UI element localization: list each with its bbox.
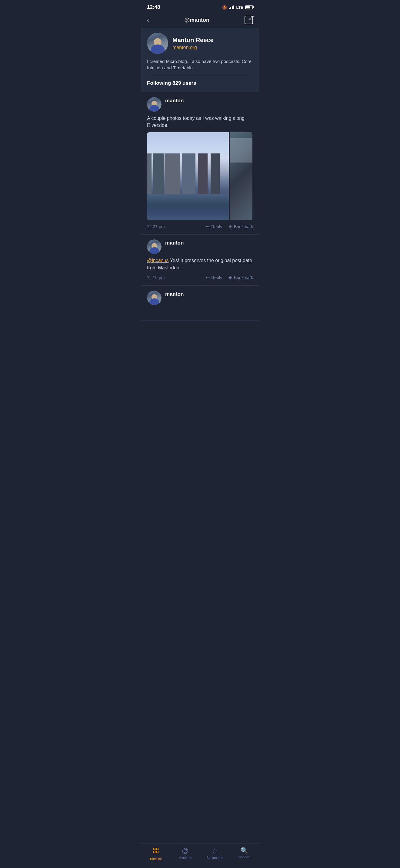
bar3 bbox=[232, 6, 233, 9]
battery-icon bbox=[245, 5, 253, 9]
post-1: manton A couple photos today as I was wa… bbox=[141, 92, 259, 235]
compose-icon: ✏ bbox=[249, 17, 251, 21]
post-1-content: A couple photos today as I was walking a… bbox=[147, 115, 253, 129]
following-count: Following 829 users bbox=[147, 80, 196, 86]
post-2-header: manton bbox=[147, 239, 253, 254]
post-1-photos[interactable] bbox=[147, 132, 253, 220]
mentions-icon: @ bbox=[182, 847, 189, 855]
timeline-label: Timeline bbox=[149, 857, 162, 861]
bookmark-label: Bookmark bbox=[234, 224, 253, 229]
post-2-avatar[interactable] bbox=[147, 239, 162, 254]
city-skyline-photo bbox=[147, 132, 229, 220]
svg-rect-0 bbox=[153, 848, 155, 850]
compose-button[interactable]: ✏ bbox=[245, 16, 253, 24]
svg-rect-2 bbox=[153, 851, 155, 853]
post-3-header: manton bbox=[147, 290, 253, 305]
bottom-nav: Timeline @ Mentions ☆ Bookmarks 🔍 Discov… bbox=[141, 843, 259, 868]
post-2-content: @incanus Yes! It preserves the original … bbox=[147, 257, 253, 271]
profile-section: Manton Reece manton.org I created Micro.… bbox=[141, 28, 259, 92]
svg-rect-3 bbox=[156, 851, 158, 853]
profile-name: Manton Reece bbox=[172, 37, 213, 43]
svg-rect-1 bbox=[156, 848, 158, 850]
post-2-username[interactable]: manton bbox=[165, 239, 183, 246]
post-3: manton bbox=[141, 286, 259, 320]
post-3-avatar-image bbox=[147, 290, 162, 305]
post-1-reply-button[interactable]: ↩ Reply bbox=[206, 224, 222, 229]
post-1-avatar[interactable] bbox=[147, 97, 162, 112]
nav-mentions[interactable]: @ Mentions bbox=[171, 847, 200, 861]
bookmark-label-2: Bookmark bbox=[234, 275, 253, 280]
post-3-username[interactable]: manton bbox=[165, 290, 183, 297]
status-time: 12:48 bbox=[147, 4, 160, 10]
nav-discover[interactable]: 🔍 Discover bbox=[230, 847, 259, 861]
post-2-avatar-image bbox=[147, 239, 162, 254]
photo-main[interactable] bbox=[147, 132, 229, 220]
post-2-bookmark-button[interactable]: ★ Bookmark bbox=[228, 275, 253, 281]
avatar bbox=[147, 33, 168, 54]
post-2-mention[interactable]: @incanus bbox=[147, 258, 169, 263]
bar4 bbox=[233, 5, 234, 9]
profile-info: Manton Reece manton.org bbox=[172, 37, 213, 50]
bookmarks-label: Bookmarks bbox=[206, 856, 223, 860]
page-title: @manton bbox=[184, 17, 209, 23]
photo-thumb[interactable] bbox=[230, 132, 252, 220]
reply-label-2: Reply bbox=[211, 275, 222, 280]
signal-bars bbox=[229, 5, 234, 9]
back-button[interactable]: ‹ bbox=[147, 16, 149, 24]
bridge-photo bbox=[230, 132, 252, 220]
status-icons: 🔕 LTE bbox=[222, 5, 253, 10]
post-3-avatar[interactable] bbox=[147, 290, 162, 305]
nav-timeline[interactable]: Timeline bbox=[141, 847, 171, 861]
post-2-time: 12:19 pm bbox=[147, 275, 165, 280]
avatar-image bbox=[147, 33, 168, 54]
discover-label: Discover bbox=[238, 855, 251, 859]
lte-label: LTE bbox=[236, 5, 243, 10]
bookmarks-icon: ☆ bbox=[212, 847, 218, 855]
nav-bar: ‹ @manton ✏ bbox=[141, 13, 259, 28]
mute-icon: 🔕 bbox=[222, 5, 227, 10]
post-1-avatar-image bbox=[147, 97, 162, 112]
post-2-reply-button[interactable]: ↩ Reply bbox=[206, 275, 222, 281]
profile-header: Manton Reece manton.org bbox=[147, 33, 253, 54]
post-2: manton @incanus Yes! It preserves the or… bbox=[141, 235, 259, 285]
nav-bookmarks[interactable]: ☆ Bookmarks bbox=[200, 847, 230, 861]
post-1-bookmark-button[interactable]: ★ Bookmark bbox=[228, 224, 253, 229]
bar1 bbox=[229, 8, 230, 9]
mentions-label: Mentions bbox=[178, 856, 192, 860]
post-1-time: 12:37 pm bbox=[147, 224, 165, 229]
post-1-actions: ↩ Reply ★ Bookmark bbox=[206, 224, 253, 229]
bottom-spacer bbox=[141, 320, 259, 345]
bar2 bbox=[230, 7, 231, 9]
reply-label: Reply bbox=[211, 224, 222, 229]
discover-icon: 🔍 bbox=[240, 847, 248, 854]
bookmark-icon: ★ bbox=[228, 224, 232, 229]
reply-icon-2: ↩ bbox=[206, 275, 210, 281]
bookmark-icon-2: ★ bbox=[228, 275, 232, 281]
post-1-username[interactable]: manton bbox=[165, 97, 183, 104]
post-1-footer: 12:37 pm ↩ Reply ★ Bookmark bbox=[147, 224, 253, 229]
post-2-footer: 12:19 pm ↩ Reply ★ Bookmark bbox=[147, 275, 253, 281]
reply-icon: ↩ bbox=[206, 224, 210, 229]
post-1-header: manton bbox=[147, 97, 253, 112]
post-2-actions: ↩ Reply ★ Bookmark bbox=[206, 275, 253, 281]
profile-website[interactable]: manton.org bbox=[172, 45, 197, 50]
profile-bio: I created Micro.blog. I also have two po… bbox=[147, 58, 253, 71]
timeline-icon bbox=[152, 847, 160, 856]
battery-level bbox=[246, 6, 250, 8]
status-bar: 12:48 🔕 LTE bbox=[141, 0, 259, 13]
